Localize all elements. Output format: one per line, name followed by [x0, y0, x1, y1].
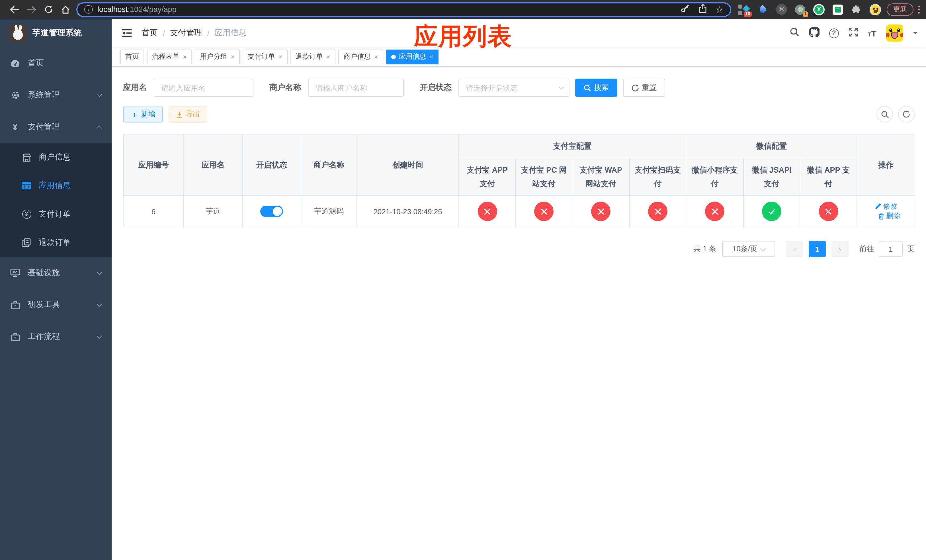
- header-search-icon[interactable]: [790, 27, 799, 39]
- tag-pay-order[interactable]: 支付订单×: [243, 49, 287, 64]
- edit-pen-icon: [875, 203, 881, 210]
- goto-page-input[interactable]: [879, 241, 903, 257]
- table-toolbar: ＋ 新增 导出: [123, 106, 915, 123]
- search-button[interactable]: 搜索: [575, 79, 617, 97]
- browser-forward-icon[interactable]: [23, 2, 40, 17]
- tag-home[interactable]: 首页: [120, 49, 144, 64]
- sidebar-item-merchant-info[interactable]: 商户信息: [0, 143, 112, 171]
- url-text: localhost:1024/pay/app: [97, 5, 177, 14]
- refresh-button[interactable]: [898, 106, 915, 123]
- wechat-app-status: [800, 196, 857, 227]
- logo-rabbit-avatar: [9, 24, 27, 42]
- tag-merchant-info[interactable]: 商户信息×: [338, 49, 383, 64]
- tag-refund-order[interactable]: 退款订单×: [291, 49, 336, 64]
- y-extension-icon[interactable]: Y: [813, 4, 825, 15]
- cell-created: 2021-10-23 08:49:25: [357, 196, 459, 227]
- tag-user-group[interactable]: 用户分组×: [195, 49, 240, 64]
- toggle-search-button[interactable]: [876, 106, 893, 123]
- main-content: 应用名 商户名称 开启状态 搜索 重置 ＋ 新增: [112, 67, 926, 560]
- col-alipay-qr: 支付宝扫码支付: [629, 158, 686, 196]
- prev-page-button[interactable]: ‹: [786, 241, 803, 257]
- app-title: 芋道管理系统: [32, 28, 82, 38]
- app-logo[interactable]: 芋道管理系统: [0, 19, 112, 47]
- sidebar-item-infrastructure[interactable]: 基础设施: [0, 257, 112, 289]
- tag-process-form[interactable]: 流程表单×: [147, 49, 192, 64]
- enabled-toggle[interactable]: [260, 206, 283, 217]
- group-wechat-config: 微信配置: [686, 134, 857, 158]
- edit-link[interactable]: 修改: [875, 201, 897, 211]
- command-extension-icon[interactable]: ⌘: [776, 4, 787, 15]
- close-icon[interactable]: ×: [326, 53, 330, 60]
- chat-extension-icon[interactable]: [832, 4, 843, 15]
- monitor-icon: [10, 268, 20, 277]
- reset-button[interactable]: 重置: [623, 79, 665, 97]
- user-menu-caret-icon[interactable]: [913, 32, 917, 36]
- breadcrumb-payment[interactable]: 支付管理: [170, 28, 202, 38]
- check-icon: [762, 202, 781, 221]
- breadcrumb: 首页 / 支付管理 / 应用信息: [142, 28, 247, 38]
- chrome-menu-icon[interactable]: [918, 5, 920, 14]
- refund-icon: [22, 238, 31, 247]
- sidebar-item-refund-order[interactable]: 退款订单: [0, 229, 112, 257]
- tab-counter-extension-icon[interactable]: 1: [794, 4, 806, 15]
- payment-submenu: 商户信息 应用信息 ¥ 支付订单 退款订单: [0, 143, 112, 257]
- kite-extension-icon[interactable]: [757, 4, 768, 15]
- tags-view: 首页 流程表单× 用户分组× 支付订单× 退款订单× 商户信息× 应用信息×: [112, 47, 926, 67]
- breadcrumb-current: 应用信息: [215, 28, 247, 38]
- cross-icon: [478, 202, 497, 221]
- chrome-update-button[interactable]: 更新: [887, 3, 914, 16]
- sidebar-item-pay-order[interactable]: ¥ 支付订单: [0, 200, 112, 229]
- sidebar-item-app-info[interactable]: 应用信息: [0, 171, 112, 200]
- col-merchant: 商户名称: [301, 134, 357, 196]
- alipay-pc-status: [516, 196, 572, 227]
- alipay-qr-status: [629, 196, 686, 227]
- pagination: 共 1 条 10条/页 ‹ 1 › 前往 页: [123, 241, 915, 257]
- puzzle-extensions-icon[interactable]: [851, 4, 862, 15]
- page-number-1[interactable]: 1: [809, 241, 826, 257]
- profile-avatar-icon[interactable]: [870, 4, 881, 15]
- sidebar-item-dev-tools[interactable]: 研发工具: [0, 289, 112, 321]
- page-size-select[interactable]: 10条/页: [722, 241, 775, 257]
- close-icon[interactable]: ×: [430, 53, 433, 60]
- col-enabled: 开启状态: [242, 134, 301, 196]
- export-button[interactable]: 导出: [169, 106, 207, 122]
- pinned-extension-icon[interactable]: 10: [738, 4, 749, 15]
- browser-home-icon[interactable]: [57, 2, 74, 17]
- sidebar-fold-icon[interactable]: [120, 27, 133, 39]
- close-icon[interactable]: ×: [183, 53, 187, 60]
- toolbox-icon: [10, 301, 20, 309]
- next-page-button[interactable]: ›: [831, 241, 849, 257]
- col-wechat-lite: 微信小程序支付: [686, 158, 743, 196]
- col-actions: 操作: [857, 134, 915, 196]
- sidebar-item-payment[interactable]: ¥ 支付管理: [0, 111, 112, 143]
- browser-reload-icon[interactable]: [40, 2, 57, 17]
- user-avatar[interactable]: [886, 24, 903, 42]
- browser-back-icon[interactable]: [6, 2, 23, 17]
- password-key-icon[interactable]: [680, 4, 689, 15]
- site-info-icon[interactable]: i: [84, 5, 93, 14]
- group-alipay-config: 支付宝配置: [459, 134, 686, 158]
- sidebar-item-workflow[interactable]: 工作流程: [0, 321, 112, 353]
- add-button[interactable]: ＋ 新增: [123, 106, 163, 122]
- close-icon[interactable]: ×: [231, 53, 235, 60]
- github-icon[interactable]: [808, 26, 819, 39]
- fullscreen-icon[interactable]: [848, 27, 858, 39]
- bookmark-star-icon[interactable]: ☆: [716, 5, 723, 14]
- sidebar-item-system[interactable]: 系统管理: [0, 79, 112, 111]
- app-name-input[interactable]: [154, 79, 253, 97]
- col-alipay-app: 支付宝 APP 支付: [459, 158, 516, 196]
- font-size-icon[interactable]: TT: [868, 28, 876, 38]
- close-icon[interactable]: ×: [278, 53, 283, 60]
- enabled-status-select[interactable]: [458, 79, 569, 97]
- merchant-name-input[interactable]: [308, 79, 404, 97]
- app-table: 应用编号 应用名 开启状态 商户名称 创建时间 支付宝配置 微信配置 操作 支付…: [123, 134, 915, 227]
- url-bar[interactable]: i localhost:1024/pay/app ☆: [76, 2, 731, 17]
- cell-merchant: 芋道源码: [301, 196, 357, 227]
- close-icon[interactable]: ×: [374, 53, 378, 60]
- breadcrumb-home[interactable]: 首页: [142, 28, 158, 38]
- sidebar-item-home[interactable]: 首页: [0, 47, 112, 79]
- help-icon[interactable]: ?: [829, 28, 838, 38]
- share-icon[interactable]: [699, 4, 707, 15]
- chevron-down-icon: [760, 246, 766, 251]
- delete-link[interactable]: 删除: [878, 211, 900, 221]
